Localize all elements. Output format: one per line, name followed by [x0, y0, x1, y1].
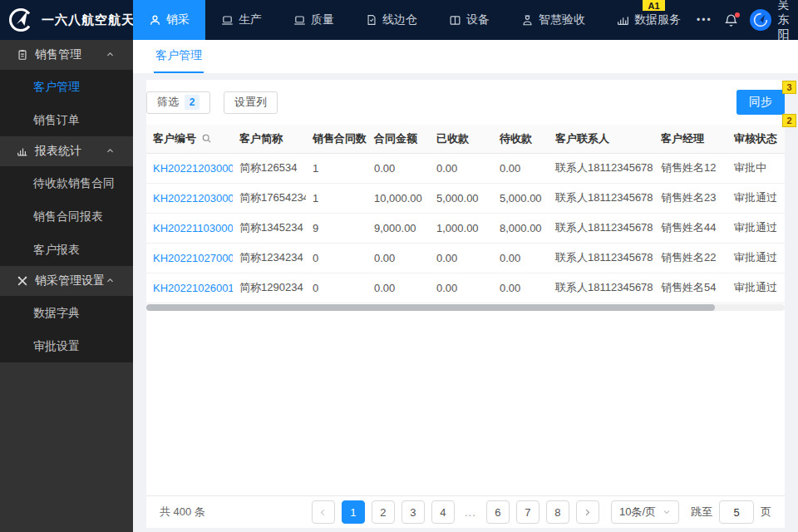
jump-page-input[interactable] — [719, 500, 754, 524]
table-header-row: 客户编号 客户简称 销售合同数 合同金额 已收款 待收款 客户联系人 客户经理 — [146, 125, 785, 153]
customer-id-link[interactable]: KH202211030004 — [146, 213, 233, 243]
person-icon — [521, 14, 534, 27]
table-row: KH202212030001 简称126534 1 0.00 0.00 0.00… — [146, 153, 785, 183]
app-window: 一六八航空航天 销采 生产 质量 线边仓 设备 — [0, 0, 798, 532]
search-icon[interactable] — [201, 133, 212, 144]
page-ellipsis[interactable]: ... — [461, 500, 480, 524]
column-header-contact[interactable]: 客户联系人 — [549, 125, 654, 153]
chevron-up-icon — [106, 274, 121, 288]
customer-id-link[interactable]: KH202210260017 — [146, 273, 233, 303]
column-header-audit-status[interactable]: 审核状态 — [727, 125, 785, 153]
page-button-7[interactable]: 7 — [516, 500, 539, 524]
sync-button[interactable]: 同步 — [736, 90, 785, 115]
status-text: 审批通过 — [727, 243, 785, 273]
table-row: KH202210260017 简称1290234 0 0.00 0.00 0.0… — [146, 273, 785, 303]
customer-id-link[interactable]: KH202212030001 — [146, 183, 233, 213]
chevron-up-icon — [106, 145, 121, 158]
horizontal-scrollbar[interactable] — [146, 304, 785, 311]
table-row: KH202211030004 简称1345234 9 9,000.00 1,00… — [146, 213, 785, 243]
column-header-manager[interactable]: 客户经理 — [654, 125, 727, 153]
company-logo-icon — [7, 6, 35, 34]
submenu-sales-purchase-settings: 数据字典 审批设置 — [0, 296, 133, 362]
prev-page-button[interactable] — [312, 500, 335, 524]
sidebar-group-sales-management[interactable]: 销售管理 — [0, 40, 133, 70]
tab-customer-management[interactable]: 客户管理 — [154, 40, 204, 73]
more-menu-button[interactable]: ••• — [697, 14, 712, 26]
user-icon — [149, 14, 161, 27]
page-button-6[interactable]: 6 — [486, 500, 510, 524]
filter-button[interactable]: 筛选 2 — [146, 91, 210, 114]
brand-name: 一六八航空航天 — [42, 12, 135, 28]
column-header-contract-count[interactable]: 销售合同数 — [306, 125, 367, 153]
primary-nav: 销采 生产 质量 线边仓 设备 智慧验收 — [133, 0, 697, 40]
nav-item-line-warehouse[interactable]: 线边仓 — [350, 0, 433, 40]
column-header-contract-amount[interactable]: 合同金额 — [367, 125, 430, 153]
content-card: 筛选 2 设置列 同步 — [146, 80, 785, 528]
tools-icon — [17, 275, 35, 287]
nav-right-cluster: ••• 吴东阳 退出 — [697, 0, 798, 40]
customer-id-link[interactable]: KH202210270003 — [146, 243, 233, 273]
sidebar-item-sales-contract-report[interactable]: 销售合同报表 — [0, 200, 133, 233]
page-button-3[interactable]: 3 — [401, 500, 425, 524]
page-button-8[interactable]: 8 — [546, 500, 569, 524]
som-mark-3: 3 — [782, 81, 796, 94]
page-button-2[interactable]: 2 — [372, 500, 395, 524]
chart-icon — [617, 14, 629, 27]
sidebar-group-report-statistics[interactable]: 报表统计 — [0, 136, 133, 166]
page-size-select[interactable]: 10条/页 — [611, 500, 679, 524]
nav-item-quality[interactable]: 质量 — [278, 0, 350, 40]
chevron-down-icon — [663, 508, 671, 516]
total-count-label: 共 400 条 — [160, 505, 205, 520]
tablet-icon — [449, 14, 461, 27]
sidebar-item-approval-settings[interactable]: 审批设置 — [0, 329, 133, 362]
nav-item-smart-acceptance[interactable]: 智慧验收 — [505, 0, 601, 40]
filter-count-badge: 2 — [185, 95, 200, 110]
main-area: 客户管理 筛选 2 设置列 同步 — [133, 40, 798, 532]
column-header-customer-short-name[interactable]: 客户简称 — [233, 125, 306, 153]
sidebar-group-sales-purchase-settings[interactable]: 销采管理设置 — [0, 266, 133, 296]
next-page-button[interactable] — [576, 500, 599, 524]
customer-id-link[interactable]: KH202212030001 — [146, 153, 233, 183]
sidebar-item-customer-report[interactable]: 客户报表 — [0, 233, 133, 266]
submenu-report-statistics: 待收款销售合同 销售合同报表 客户报表 — [0, 166, 133, 266]
sidebar-item-data-dictionary[interactable]: 数据字典 — [0, 296, 133, 329]
file-icon — [366, 14, 377, 26]
nav-item-production[interactable]: 生产 — [205, 0, 278, 40]
notification-dot — [735, 12, 740, 17]
page-button-4[interactable]: 4 — [431, 500, 455, 524]
jump-suffix-label: 页 — [761, 505, 771, 520]
status-text: 审批通过 — [727, 273, 785, 303]
page-button-1[interactable]: 1 — [342, 500, 365, 524]
nav-item-equipment[interactable]: 设备 — [433, 0, 505, 40]
horizontal-scrollbar-thumb[interactable] — [146, 304, 715, 311]
clipboard-icon — [17, 49, 35, 61]
top-navbar: 一六八航空航天 销采 生产 质量 线边仓 设备 — [0, 0, 798, 40]
user-avatar[interactable] — [750, 9, 771, 31]
notification-bell-icon[interactable] — [724, 13, 738, 27]
column-header-receivable[interactable]: 待收款 — [493, 125, 549, 153]
som-mark-2: 2 — [782, 114, 796, 127]
status-text: 审批通过 — [727, 183, 785, 213]
status-text: 审批通过 — [727, 213, 785, 243]
sidebar-item-customer-management[interactable]: 客户管理 — [0, 70, 133, 103]
laptop-icon — [293, 14, 306, 27]
brand: 一六八航空航天 — [0, 0, 133, 40]
status-text: 审批中 — [727, 153, 785, 183]
table-row: KH202212030001 简称17654234 1 10,000.00 5,… — [146, 183, 785, 213]
column-settings-button[interactable]: 设置列 — [224, 91, 278, 114]
nav-item-sales-purchase[interactable]: 销采 — [133, 0, 205, 40]
toolbar: 筛选 2 设置列 同步 — [146, 80, 785, 125]
column-header-customer-id[interactable]: 客户编号 — [146, 125, 233, 153]
sidebar-item-sales-orders[interactable]: 销售订单 — [0, 103, 133, 136]
pagination-bar: 共 400 条 1 2 3 4 ... 6 7 8 10条/页 跳至 — [146, 495, 785, 528]
sidebar: 销售管理 客户管理 销售订单 报表统计 待收款销售合同 销售合同报表 客户报表 … — [0, 40, 133, 532]
submenu-sales-management: 客户管理 销售订单 — [0, 70, 133, 136]
laptop-icon — [221, 14, 234, 27]
sidebar-item-receivable-sales-contracts[interactable]: 待收款销售合同 — [0, 166, 133, 200]
username-label[interactable]: 吴东阳 — [778, 0, 790, 42]
column-header-received[interactable]: 已收款 — [430, 125, 493, 153]
table-row: KH202210270003 简称1234234 0 0.00 0.00 0.0… — [146, 243, 785, 273]
jump-to-label: 跳至 — [691, 505, 712, 520]
customer-table: 客户编号 客户简称 销售合同数 合同金额 已收款 待收款 客户联系人 客户经理 — [146, 125, 785, 303]
tab-bar: 客户管理 — [133, 40, 798, 73]
